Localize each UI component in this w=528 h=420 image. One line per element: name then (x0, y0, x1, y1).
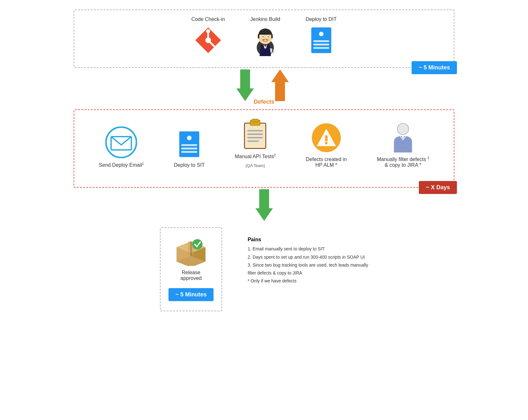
svg-rect-42 (325, 135, 327, 141)
svg-point-53 (192, 239, 203, 250)
step-jenkins-build: Jenkins Build (250, 16, 280, 58)
release-box: Releaseapproved ~ 5 Minutes (160, 227, 222, 311)
step-manual-api-tests: Manual API Tests2 (QA Team) (235, 118, 276, 168)
svg-point-4 (206, 29, 210, 33)
svg-rect-23 (313, 47, 329, 49)
svg-rect-31 (181, 148, 197, 149)
svg-point-14 (264, 38, 266, 39)
envelope-circle-icon (105, 126, 137, 158)
svg-rect-8 (258, 34, 260, 39)
step-label-deploy-dit: Deploy to DIT (306, 16, 337, 22)
pain-item-2: 2. Days spent to set up and run 300-400 … (248, 253, 368, 261)
step-code-checkin: Code Check-in (191, 16, 225, 58)
top-section: Code Check-in Jenkins Build (74, 10, 454, 68)
defects-label: Defects (254, 99, 274, 105)
svg-rect-35 (252, 119, 259, 122)
svg-marker-46 (255, 189, 273, 221)
step-label-filter-defects: Manually filter defects 3& copy to JIRA … (377, 156, 429, 168)
pain-item-3: 3. Since two bug tracking tools are used… (248, 261, 368, 277)
arrow-up-orange (271, 69, 289, 101)
release-approved-label: Releaseapproved (181, 270, 202, 281)
pains-section: Pains 1. Email manually sent to deploy t… (241, 227, 368, 311)
step-send-deploy-email: Send Deploy Email1 (99, 126, 144, 168)
bottom-section: Releaseapproved ~ 5 Minutes Pains 1. Ema… (74, 221, 454, 321)
pains-title: Pains (248, 237, 368, 242)
step-sublabel-manual-api-tests: (QA Team) (245, 163, 265, 168)
svg-rect-38 (248, 137, 263, 139)
svg-point-29 (187, 136, 191, 140)
step-defects-hp-alm: Defects created inHP ALM * (306, 123, 347, 168)
svg-rect-30 (181, 144, 197, 146)
svg-marker-24 (236, 69, 254, 101)
svg-point-43 (325, 142, 327, 145)
svg-point-13 (267, 36, 269, 37)
arrow-down-green (236, 69, 254, 101)
warning-circle-icon (311, 123, 341, 153)
git-icon (194, 26, 222, 55)
jenkins-icon (251, 26, 280, 58)
step-label-jenkins-build: Jenkins Build (250, 16, 280, 22)
pains-list: 1. Email manually sent to deploy to SIT … (248, 245, 368, 285)
step-label-manual-api-tests: Manual API Tests2 (235, 153, 276, 159)
server-dit-icon (309, 26, 333, 55)
person-icon (390, 122, 416, 152)
step-filter-defects: Manually filter defects 3& copy to JIRA … (377, 122, 429, 168)
svg-rect-39 (248, 140, 259, 142)
clipboard-icon (241, 118, 269, 150)
step-deploy-sit: Deploy to SIT (174, 130, 205, 168)
server-sit-icon (177, 130, 201, 158)
svg-point-45 (398, 124, 408, 134)
step-label-code-checkin: Code Check-in (191, 16, 225, 22)
step-deploy-dit: Deploy to DIT (306, 16, 337, 58)
step-label-deploy-sit: Deploy to SIT (174, 162, 205, 168)
svg-rect-21 (313, 40, 329, 42)
svg-rect-22 (313, 44, 329, 45)
svg-point-20 (319, 32, 323, 36)
svg-point-12 (262, 36, 264, 37)
svg-rect-32 (181, 151, 197, 153)
middle-time-badge: ~ X Days (419, 181, 457, 194)
bottom-time-badge: ~ 5 Minutes (168, 288, 214, 301)
pain-item-1: 1. Email manually sent to deploy to SIT (248, 245, 368, 253)
svg-rect-9 (271, 34, 273, 39)
step-label-send-deploy-email: Send Deploy Email1 (99, 162, 144, 168)
step-label-defects-hp-alm: Defects created inHP ALM * (306, 157, 347, 168)
svg-rect-33 (245, 123, 266, 148)
bottom-left: Releaseapproved ~ 5 Minutes (160, 227, 222, 311)
arrow-down-green-2 (255, 189, 273, 221)
svg-point-5 (214, 46, 218, 50)
svg-rect-37 (248, 133, 263, 135)
pain-item-4: * Only if we have defects (248, 277, 368, 285)
svg-marker-25 (271, 69, 289, 101)
svg-rect-36 (248, 130, 263, 132)
box-icon (174, 234, 208, 266)
middle-section: Send Deploy Email1 Deploy to SIT (74, 109, 454, 188)
